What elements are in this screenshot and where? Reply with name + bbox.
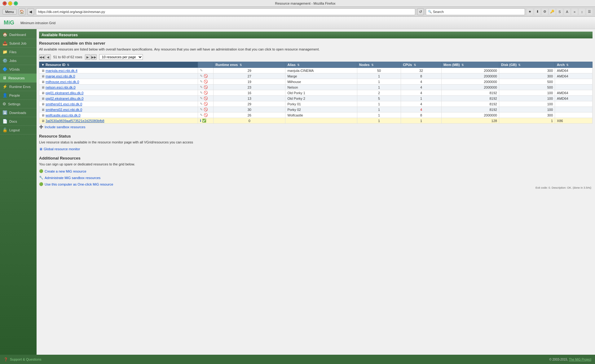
sidebar-item-files[interactable]: 📁 Files (0, 48, 37, 56)
edit-icon[interactable]: ✎ (200, 85, 203, 89)
prev-button[interactable]: ◀ (45, 54, 51, 60)
cell-mem: 8192 (442, 101, 499, 107)
per-page-select[interactable]: 10 resources per page 5 resources per pa… (99, 54, 143, 60)
cell-nodes: 1 (357, 118, 401, 124)
maximize-btn[interactable]: + (14, 1, 18, 6)
cell-cpus: 8 (401, 112, 442, 118)
menu-button[interactable]: Menu (2, 9, 17, 15)
resource-link[interactable]: milhouse.esci.nbi.dk.0 (46, 80, 79, 84)
col-alias[interactable]: Alias ⇅ (285, 62, 357, 68)
server-icon: 🖥 (41, 74, 45, 78)
cell-cpus: 8 (401, 73, 442, 79)
resource-link[interactable]: pig02.ekstranet.diku.dk.0 (46, 97, 83, 100)
resource-link[interactable]: smithers01.esci.nbi.dk.0 (46, 102, 82, 106)
stop-icon[interactable]: 🚫 (204, 85, 208, 89)
include-sandbox-link[interactable]: ➕ Include sandbox resources (39, 125, 593, 129)
bookmark-icon[interactable]: ★ (527, 9, 533, 15)
stop-icon[interactable]: 🚫 (204, 107, 208, 111)
col-disk[interactable]: Disk (GB) ⇅ (499, 62, 555, 68)
next-button[interactable]: ▶ (85, 54, 90, 60)
resource-link[interactable]: nelson.esci.nbi.dk.0 (46, 86, 76, 89)
browser-titlebar: ✕ − + Resource management - Mozilla Fire… (0, 0, 595, 7)
col-cpus[interactable]: CPUs ⇅ (401, 62, 442, 68)
sidebar-item-runtime-envs[interactable]: ⚡ Runtime Envs (0, 82, 37, 91)
back-button[interactable]: ◀ (27, 8, 34, 15)
row-controls: ✎🚫 (198, 96, 214, 101)
edit-icon[interactable]: ✎ (200, 107, 203, 111)
stop-icon[interactable]: 🚫 (204, 96, 208, 100)
sidebar-item-submit-job[interactable]: 📤 Submit Job (0, 39, 37, 48)
edit-icon[interactable]: ✎ (200, 80, 203, 83)
overflow-icon[interactable]: » (571, 9, 578, 15)
sidebar-item-docs[interactable]: 📄 Docs (0, 117, 37, 126)
info-icon[interactable]: ℹ (200, 119, 201, 122)
edit-icon[interactable]: ✎ (200, 91, 203, 94)
edit-icon[interactable]: ✎ (200, 102, 203, 106)
stop-icon[interactable]: 🚫 (204, 91, 208, 94)
col-nodes[interactable]: Nodes ⇅ (357, 62, 401, 68)
addon-icon[interactable]: S (557, 9, 563, 15)
next-page-button[interactable]: ▶▶ (91, 54, 97, 60)
sidebar-item-logout[interactable]: 🔓 Logout (0, 126, 37, 134)
edit-icon[interactable]: ✎ (200, 74, 203, 78)
prev-page-button[interactable]: ◀◀ (39, 54, 45, 60)
home-button[interactable]: 🏠 (19, 8, 25, 15)
settings-icon: ⚙ (2, 102, 6, 106)
minimize-btn[interactable]: − (8, 1, 12, 6)
sidebar-item-settings[interactable]: ⚙ Settings (0, 100, 37, 108)
create-resource-link[interactable]: 🟢 Create a new MiG resource (39, 169, 593, 173)
resource-link[interactable]: pig01.ekstranet.diku.dk.0 (46, 91, 83, 95)
saka-icon[interactable]: 🔑 (549, 9, 555, 15)
stop-icon[interactable]: 🚫 (204, 113, 208, 117)
global-monitor-link[interactable]: 🖥 Global resource monitor (39, 147, 593, 151)
resource-link[interactable]: 3a0530a9839aaf573521e2d25080bfb8 (46, 119, 104, 123)
sidebar-item-resources[interactable]: 🖥 Resources (0, 74, 37, 82)
more-icon[interactable]: ☰ (586, 9, 593, 15)
close-btn[interactable]: ✕ (2, 1, 7, 6)
sidebar-item-dashboard[interactable]: 🏠 Dashboard (0, 30, 37, 39)
col-arch[interactable]: Arch ⇅ (555, 62, 593, 68)
resource-link[interactable]: smithers02.esci.nbi.dk.0 (46, 108, 82, 112)
stop-icon[interactable]: 🚫 (204, 80, 208, 83)
edit-icon[interactable]: ✎ (200, 68, 203, 72)
stop-icon[interactable]: 🚫 (204, 74, 208, 78)
edit-icon[interactable]: ✎ (200, 113, 203, 117)
support-label[interactable]: Support & Questions (10, 357, 42, 361)
url-bar[interactable]: https://dk-cert.migrid.org/wsgi-bin/resm… (36, 8, 415, 15)
col-runtime-envs[interactable]: Runtime envs ⇅ (214, 62, 285, 68)
stop-icon[interactable]: 🚫 (204, 102, 208, 106)
sidebar-item-downloads[interactable]: ⬇️ Downloads (0, 108, 37, 117)
footer: ❓ Support & Questions © 2003-2015, The M… (0, 355, 595, 364)
cell-cpus: 4 (401, 90, 442, 96)
table-row: 🖥 marge.esci.nbi.dk.0✎🚫27Marge1820000003… (39, 73, 593, 79)
download-icon[interactable]: ⬇ (534, 9, 540, 15)
addon2-icon[interactable]: A (564, 9, 570, 15)
cell-runtime-envs: 27 (214, 73, 285, 79)
sidebar-label-settings: Settings (8, 102, 20, 106)
project-link[interactable]: The MiG Project (569, 358, 591, 361)
sidebar-item-jobs[interactable]: ⚙️ Jobs (0, 56, 37, 65)
resource-link[interactable]: manjula.esci.nbi.dk.4 (46, 69, 77, 72)
cell-arch (555, 85, 593, 90)
sync-icon[interactable]: ↕ (579, 9, 585, 15)
admin-sandbox-link[interactable]: 🔧 Administrate MiG sandbox resources (39, 176, 593, 180)
monitor-icon: 🖥 (39, 147, 42, 151)
oneclick-link[interactable]: 🟢 Use this computer as One-click MiG res… (39, 182, 593, 186)
col-resource-id[interactable]: ▼ Resource ID ⇅ (39, 62, 198, 68)
cell-cpus: 1 (401, 96, 442, 101)
oneclick-label: Use this computer as One-click MiG resou… (45, 182, 113, 186)
go-icon[interactable]: ✅ (202, 119, 206, 122)
sidebar-item-people[interactable]: 👤 People (0, 91, 37, 100)
browser-search-bar[interactable]: 🔍 Search (426, 8, 525, 15)
cell-nodes: 1 (357, 85, 401, 90)
toolbar-icons: ★ ⬇ ⚙ 🔑 S A » ↕ ☰ (527, 9, 593, 15)
settings-icon[interactable]: ⚙ (542, 9, 548, 15)
col-mem[interactable]: Mem (MB) ⇅ (442, 62, 499, 68)
sidebar-item-vgrids[interactable]: 🔷 VGrids (0, 65, 37, 74)
cell-arch (555, 107, 593, 112)
reload-button[interactable]: ↺ (417, 8, 424, 15)
resources-icon: 🖥 (2, 76, 7, 80)
resource-link[interactable]: wolfcastle.esci.nbi.dk.0 (46, 113, 81, 117)
resource-link[interactable]: marge.esci.nbi.dk.0 (46, 74, 75, 78)
edit-icon[interactable]: ✎ (200, 96, 203, 100)
